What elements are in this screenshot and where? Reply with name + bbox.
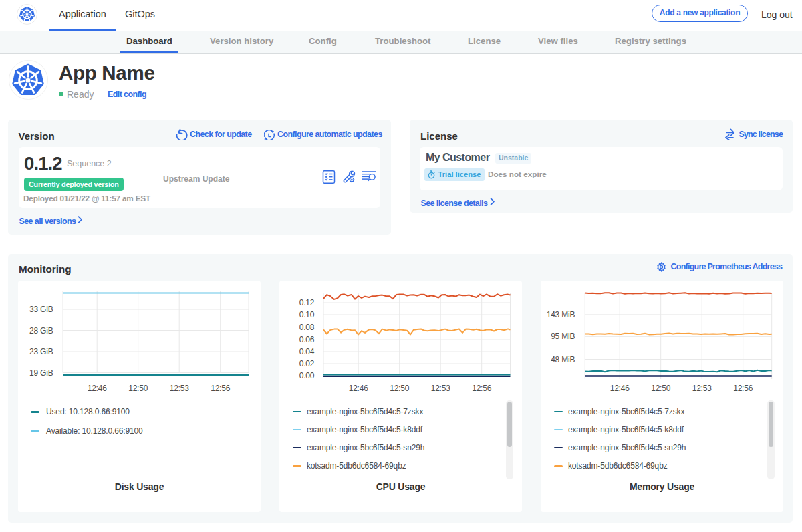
svg-text:23 GiB: 23 GiB	[29, 347, 53, 356]
svg-text:12:50: 12:50	[128, 384, 148, 393]
svg-text:12:50: 12:50	[651, 384, 671, 393]
svg-text:28 GiB: 28 GiB	[29, 326, 53, 336]
svg-text:12:56: 12:56	[211, 384, 231, 393]
svg-text:0.06: 0.06	[299, 335, 315, 344]
svg-text:0.00: 0.00	[299, 371, 315, 380]
svg-text:0.08: 0.08	[299, 323, 315, 332]
svg-text:12:53: 12:53	[431, 384, 451, 393]
svg-text:12:56: 12:56	[472, 384, 492, 393]
svg-text:0.04: 0.04	[299, 347, 315, 356]
svg-text:0.12: 0.12	[299, 298, 315, 307]
svg-text:12:50: 12:50	[390, 384, 410, 393]
svg-text:48 MiB: 48 MiB	[551, 355, 575, 364]
svg-text:95 MiB: 95 MiB	[551, 331, 575, 341]
svg-text:33 GiB: 33 GiB	[29, 305, 53, 314]
svg-text:12:46: 12:46	[610, 384, 630, 393]
svg-text:12:46: 12:46	[349, 384, 369, 393]
svg-text:143 MiB: 143 MiB	[547, 310, 575, 319]
svg-text:12:46: 12:46	[88, 384, 108, 393]
svg-text:12:56: 12:56	[733, 384, 753, 393]
svg-text:12:53: 12:53	[692, 384, 712, 393]
svg-text:12:53: 12:53	[170, 384, 190, 393]
svg-text:19 GiB: 19 GiB	[29, 368, 53, 378]
svg-text:0.10: 0.10	[299, 310, 315, 319]
svg-text:0.02: 0.02	[299, 359, 315, 368]
